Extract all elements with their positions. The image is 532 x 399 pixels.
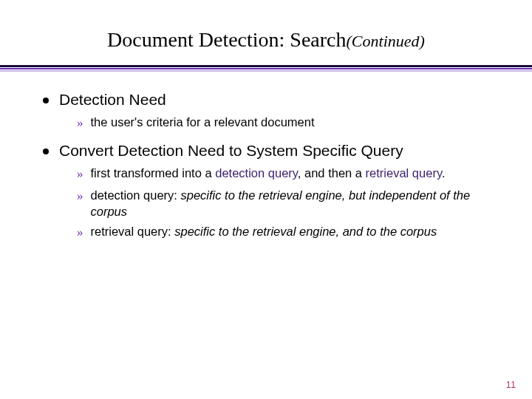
slide-title: Document Detection: Search(Continued) <box>0 0 532 65</box>
bullet-item: Detection Need » the user's criteria for… <box>43 91 497 132</box>
sub-bullet-item: » the user's criteria for a relevant doc… <box>77 115 497 132</box>
sub-bullet-item: » retrieval query: specific to the retri… <box>77 224 497 241</box>
emphasis-term: retrieval query <box>366 166 442 180</box>
sub-bullet-text: detection query: specific to the retriev… <box>91 188 497 220</box>
sub-bullet-item: » detection query: specific to the retri… <box>77 188 497 220</box>
sub-bullet-text: retrieval query: specific to the retriev… <box>91 224 437 240</box>
title-main-text: Document Detection: Search <box>107 28 346 51</box>
sub-bullet-item: » first transformed into a detection que… <box>77 166 497 183</box>
sub-bullet-text: first transformed into a detection query… <box>91 166 446 182</box>
italic-text: specific to the retrieval engine, and to… <box>174 225 437 238</box>
title-continued: (Continued) <box>347 32 425 50</box>
bullet-item: Convert Detection Need to System Specifi… <box>43 142 497 241</box>
raquo-icon: » <box>77 115 83 132</box>
sub-bullet-text: the user's criteria for a relevant docum… <box>91 115 315 131</box>
emphasis-term: detection query <box>215 166 298 180</box>
slide-body: Detection Need » the user's criteria for… <box>0 72 532 242</box>
bullet-label: Detection Need <box>59 91 166 109</box>
page-number: 11 <box>506 380 516 390</box>
raquo-icon: » <box>77 225 83 241</box>
bullet-dot-icon <box>43 149 49 154</box>
title-underline <box>0 65 532 72</box>
bullet-label: Convert Detection Need to System Specifi… <box>59 142 403 160</box>
raquo-icon: » <box>77 166 83 183</box>
raquo-icon: » <box>77 188 83 205</box>
bullet-dot-icon <box>43 98 49 103</box>
